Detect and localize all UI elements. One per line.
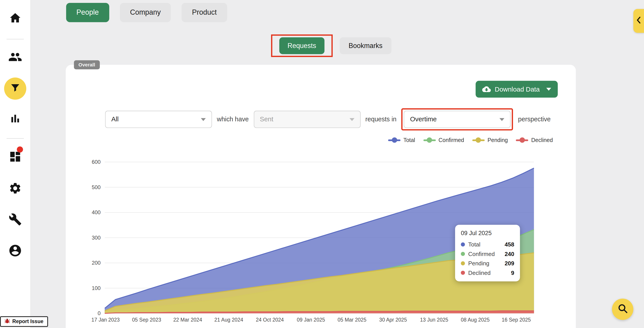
svg-text:300: 300 [92,235,100,241]
chevron-down-icon [546,88,551,91]
legend-marker-declined [516,137,528,143]
svg-text:17 Jan 2023: 17 Jan 2023 [92,317,120,323]
collapse-panel-toggle[interactable] [633,9,644,33]
magnifier-icon [617,303,628,316]
legend-item-confirmed[interactable]: Confirmed [423,137,464,143]
triangle-down-icon [500,118,504,121]
svg-text:500: 500 [92,184,100,190]
svg-text:200: 200 [92,260,100,266]
svg-text:16 Sep 2025: 16 Sep 2025 [502,317,531,323]
svg-text:600: 600 [92,159,100,165]
chart-legend: Total Confirmed Pending Declined [388,137,553,143]
svg-text:0: 0 [98,310,100,316]
requests-panel: Download Data All which have Sent reques… [66,65,576,328]
sidebar-item-tools[interactable] [6,211,24,229]
filter-connector-1: which have [217,116,249,123]
cloud-download-icon [482,85,491,94]
notification-dot [17,147,23,153]
sidebar-item-dashboard[interactable] [6,149,24,166]
tab-people[interactable]: People [66,3,109,22]
annotation-box-requests: Requests [271,34,332,57]
chevron-left-icon [636,16,642,26]
view-select-value: Overtime [410,116,437,123]
triangle-down-icon [349,118,354,121]
svg-text:400: 400 [92,209,100,215]
home-icon [9,11,22,26]
tooltip-row-pending: Pending 209 [455,258,520,268]
legend-marker-confirmed [423,137,436,143]
tooltip-row-total: Total 458 [455,240,520,249]
sidebar-item-filters-active[interactable] [4,78,26,100]
legend-marker-pending [472,137,484,143]
tab-product[interactable]: Product [182,3,227,22]
legend-marker-total [388,137,400,143]
legend-label: Confirmed [438,137,464,143]
bar-chart-icon [9,112,22,127]
settings-icon [9,182,22,196]
view-select[interactable]: Overtime [404,111,511,128]
people-icon [8,50,22,66]
chart-tooltip: 09 Jul 2025 Total 458 Confirmed 240 Pend… [455,225,520,281]
svg-text:100: 100 [92,285,100,291]
svg-text:05 Sep 2023: 05 Sep 2023 [132,317,161,323]
series-dot-total [461,242,465,246]
series-dot-declined [461,270,465,274]
sidebar-divider [7,138,24,139]
sidebar [0,0,31,328]
legend-item-declined[interactable]: Declined [516,137,553,143]
overall-badge: Overall [74,60,100,69]
download-data-label: Download Data [495,86,540,93]
triangle-down-icon [201,118,206,121]
entity-select-value: All [111,116,118,123]
svg-text:22 Mar 2024: 22 Mar 2024 [173,317,202,323]
app-screen: Report Issue People Company Product Requ… [0,0,644,328]
main-tab-bar: People Company Product [66,3,227,22]
sidebar-divider [7,39,24,39]
report-issue-button[interactable]: Report Issue [0,316,48,327]
filter-icon [10,82,20,95]
sidebar-item-account[interactable] [6,242,24,260]
report-issue-label: Report Issue [12,319,44,325]
svg-text:05 Mar 2025: 05 Mar 2025 [338,317,366,323]
tooltip-row-confirmed: Confirmed 240 [455,249,520,258]
direction-select-value: Sent [260,116,273,123]
entity-select[interactable]: All [105,111,212,128]
svg-text:21 Aug 2024: 21 Aug 2024 [214,317,243,323]
svg-text:30 Apr 2025: 30 Apr 2025 [379,317,407,323]
legend-item-total[interactable]: Total [388,137,415,143]
bug-icon [4,318,10,325]
sidebar-item-people[interactable] [6,49,24,67]
filter-connector-3: perspective [518,116,550,123]
tooltip-date: 09 Jul 2025 [455,229,520,240]
tab-bookmarks[interactable]: Bookmarks [340,37,392,54]
tab-requests[interactable]: Requests [279,37,324,54]
annotation-box-overtime: Overtime [402,108,513,131]
legend-item-pending[interactable]: Pending [472,137,508,143]
legend-label: Pending [488,137,508,143]
svg-text:24 Oct 2024: 24 Oct 2024 [256,317,284,323]
svg-text:09 Jan 2025: 09 Jan 2025 [297,317,325,323]
svg-text:13 Jun 2025: 13 Jun 2025 [420,317,448,323]
svg-text:08 Aug 2025: 08 Aug 2025 [461,317,490,323]
series-dot-confirmed [461,252,465,256]
dashboard-icon [9,150,22,165]
tab-company[interactable]: Company [120,3,171,22]
filter-connector-2: requests in [366,116,396,123]
filter-row: All which have Sent requests in Overtime… [105,108,550,131]
sidebar-item-analytics[interactable] [6,110,24,128]
direction-select[interactable]: Sent [254,111,360,128]
legend-label: Declined [531,137,553,143]
download-data-button[interactable]: Download Data [476,81,558,98]
search-button[interactable] [612,299,633,320]
series-dot-pending [461,261,465,265]
tooltip-row-declined: Declined 9 [455,268,520,277]
sub-tab-bar: Requests Bookmarks [271,34,392,57]
sidebar-item-home[interactable] [6,10,24,28]
active-highlight-circle [4,78,26,100]
legend-label: Total [404,137,415,143]
tools-icon [9,213,22,228]
account-icon [8,244,22,259]
sidebar-item-settings[interactable] [6,180,24,198]
